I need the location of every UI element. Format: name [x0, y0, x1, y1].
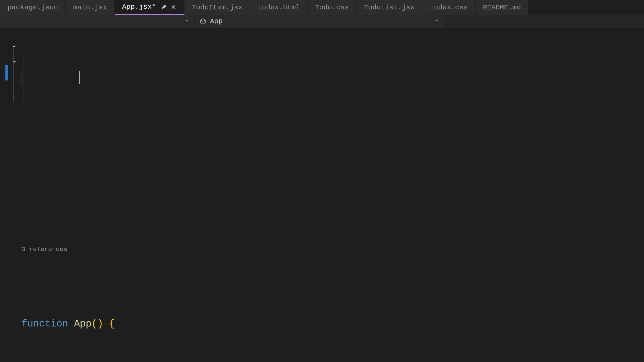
tab-todoitem-jsx[interactable]: TodoItem.jsx — [184, 0, 250, 15]
tab-label: App.jsx* — [122, 3, 156, 11]
tab-app-jsx[interactable]: App.jsx* — [115, 0, 184, 15]
tab-label: TodoList.jsx — [364, 4, 415, 11]
nav-symbol-label: App — [210, 17, 223, 25]
tab-index-css[interactable]: index.css — [422, 0, 475, 15]
parens: () — [92, 316, 103, 332]
nav-scope-dropdown[interactable] — [0, 15, 195, 28]
code-line[interactable]: function App() { — [21, 316, 644, 332]
method-icon — [199, 18, 207, 25]
change-indicator — [5, 65, 8, 80]
close-icon[interactable] — [170, 4, 177, 10]
chevron-down-icon — [184, 17, 190, 25]
tab-todolist-jsx[interactable]: TodoList.jsx — [357, 0, 422, 15]
symbol-nav-bar: App — [0, 15, 644, 28]
code-content[interactable]: 3 references function App() { return ( )… — [21, 28, 644, 362]
tab-label: index.css — [430, 4, 468, 11]
tab-main-jsx[interactable]: main.jsx — [66, 0, 115, 15]
pin-icon[interactable] — [161, 4, 167, 10]
keyword-function: function — [21, 316, 68, 332]
tab-label: index.html — [258, 4, 300, 11]
current-line-highlight — [21, 70, 644, 85]
chevron-down-icon — [434, 17, 439, 25]
codelens-references[interactable]: 3 references — [21, 244, 644, 255]
tab-package-json[interactable]: package.json — [0, 0, 66, 15]
tab-label: package.json — [7, 4, 58, 11]
nav-symbol-dropdown[interactable]: App — [195, 15, 444, 28]
code-editor[interactable]: 3 references function App() { return ( )… — [0, 28, 644, 362]
brace-open: { — [109, 316, 115, 332]
tab-readme-md[interactable]: README.md — [476, 0, 529, 15]
tab-label: Todo.css — [315, 4, 349, 11]
tab-bar: package.json main.jsx App.jsx* TodoItem.… — [0, 0, 644, 15]
tab-label: main.jsx — [73, 4, 107, 11]
tab-index-html[interactable]: index.html — [250, 0, 308, 15]
codelens-label: 3 references — [21, 242, 67, 257]
function-name: App — [74, 316, 92, 332]
tab-label: README.md — [483, 4, 521, 11]
fold-toggle[interactable] — [0, 39, 21, 54]
text-cursor — [79, 71, 80, 84]
fold-toggle[interactable] — [0, 54, 21, 70]
tab-todo-css[interactable]: Todo.css — [308, 0, 357, 15]
tab-label: TodoItem.jsx — [192, 4, 243, 11]
gutter — [0, 28, 21, 362]
